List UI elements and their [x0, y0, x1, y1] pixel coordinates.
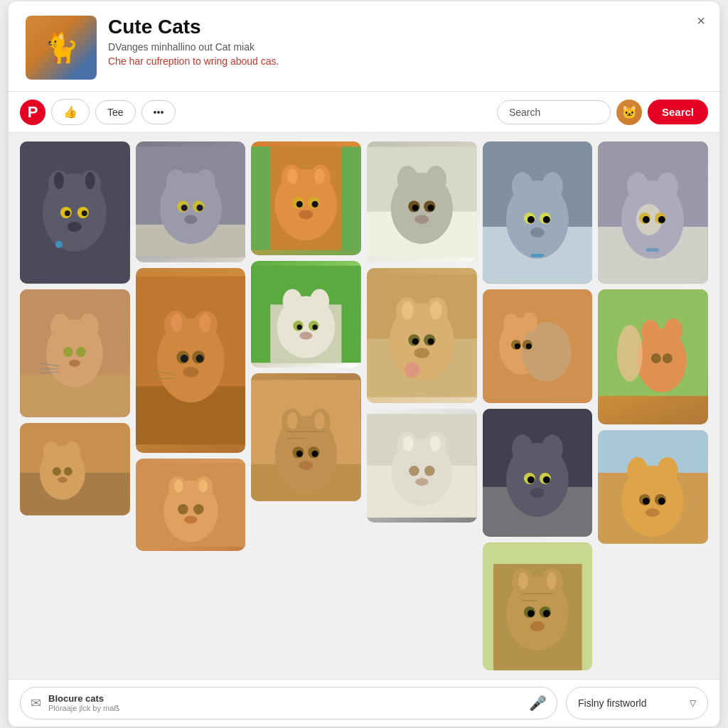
svg-point-46	[171, 314, 182, 331]
cat-image	[20, 289, 130, 417]
user-avatar[interactable]: 🐱	[616, 100, 642, 125]
svg-point-193	[641, 320, 660, 344]
svg-point-60	[198, 480, 208, 493]
cat-image	[251, 141, 361, 255]
svg-point-132	[424, 466, 435, 476]
svg-point-121	[428, 338, 434, 345]
cat-image	[20, 423, 130, 515]
svg-point-79	[283, 289, 302, 314]
svg-point-149	[522, 312, 537, 332]
image-grid	[9, 133, 719, 679]
svg-point-62	[193, 504, 204, 515]
list-item[interactable]	[136, 459, 246, 551]
search-red-button[interactable]: Searcl	[648, 100, 708, 124]
list-item[interactable]	[483, 289, 593, 403]
svg-point-47	[199, 314, 210, 331]
list-item[interactable]	[483, 409, 593, 537]
cat-image	[367, 409, 477, 523]
tab-tee-button[interactable]: Tee	[95, 100, 136, 124]
list-item[interactable]	[251, 261, 361, 368]
svg-point-169	[518, 572, 528, 589]
list-item[interactable]	[483, 141, 593, 284]
svg-point-133	[415, 478, 428, 486]
svg-point-170	[546, 572, 556, 589]
search-label: Search	[509, 107, 540, 118]
navbar: P 👍 Tee ••• Search 🐱 Searcl	[9, 92, 719, 133]
list-item[interactable]	[251, 141, 361, 255]
svg-point-109	[428, 205, 434, 211]
svg-rect-189	[646, 248, 659, 252]
cat-image	[483, 141, 593, 284]
list-item[interactable]	[20, 289, 130, 417]
cat-image	[251, 373, 361, 501]
thumb-button[interactable]: 👍	[51, 99, 90, 125]
svg-point-63	[184, 515, 197, 523]
svg-point-61	[178, 504, 188, 515]
header-section: 🐈 Cute Cats DVanges minhallino out Cat m…	[9, 1, 719, 92]
svg-point-50	[180, 355, 188, 363]
list-item[interactable]	[136, 268, 246, 453]
svg-point-85	[300, 332, 313, 340]
svg-point-177	[543, 610, 550, 617]
svg-point-131	[409, 466, 419, 476]
cat-image	[136, 141, 246, 262]
message-box[interactable]: ✉ Blocure cats Plóraaje jlck by maẞ 🎤	[20, 687, 557, 719]
list-item[interactable]	[598, 289, 708, 424]
list-item[interactable]	[598, 141, 708, 284]
svg-point-161	[528, 476, 535, 483]
svg-point-73	[296, 201, 303, 208]
more-button[interactable]: •••	[141, 100, 176, 124]
list-item[interactable]	[367, 268, 477, 403]
svg-point-117	[430, 301, 441, 319]
list-item[interactable]	[367, 141, 477, 262]
list-item[interactable]	[136, 141, 246, 262]
pinterest-logo[interactable]: P	[20, 100, 46, 125]
cat-image	[251, 261, 361, 368]
grid-col-6	[598, 141, 708, 670]
svg-point-38	[181, 205, 187, 211]
svg-point-130	[430, 436, 441, 451]
svg-point-4	[54, 172, 64, 189]
list-item[interactable]	[483, 542, 593, 670]
svg-point-100	[299, 461, 314, 470]
svg-point-35	[194, 170, 215, 196]
svg-point-182	[627, 172, 648, 200]
cat-image	[598, 430, 708, 544]
svg-point-105	[426, 166, 446, 193]
grid-col-1	[20, 141, 130, 670]
svg-point-192	[617, 325, 643, 382]
svg-point-29	[64, 467, 73, 476]
svg-point-163	[530, 488, 545, 498]
message-sub: Plóraaje jlck by maẞ	[48, 704, 522, 713]
list-item[interactable]	[20, 423, 130, 515]
svg-point-69	[287, 168, 298, 184]
list-item[interactable]	[367, 409, 477, 523]
svg-point-8	[65, 210, 70, 216]
header-text: Cute Cats DVanges minhallino out Cat mia…	[108, 16, 702, 67]
search-box[interactable]: Search	[497, 100, 611, 124]
list-item[interactable]	[251, 373, 361, 501]
svg-point-75	[299, 210, 314, 219]
svg-point-30	[58, 477, 68, 483]
svg-point-80	[310, 289, 329, 314]
message-icon: ✉	[31, 695, 41, 711]
svg-point-11	[55, 241, 63, 248]
svg-point-16	[79, 314, 99, 339]
cat-image	[20, 141, 130, 284]
dropdown-box[interactable]: Fislny firstworld ▽	[566, 687, 708, 719]
svg-point-138	[542, 172, 563, 200]
svg-point-183	[657, 172, 678, 200]
list-item[interactable]	[598, 430, 708, 544]
header-link[interactable]: Che har cufreption to wring aboud cas.	[108, 55, 702, 67]
close-button[interactable]: ×	[697, 13, 705, 29]
main-window: × 🐈 Cute Cats DVanges minhallino out Cat…	[9, 1, 719, 727]
svg-point-137	[512, 172, 533, 200]
svg-point-15	[50, 314, 70, 339]
svg-point-19	[69, 360, 80, 367]
svg-point-200	[627, 457, 648, 486]
svg-point-98	[296, 451, 303, 457]
svg-point-52	[183, 367, 198, 378]
mic-icon[interactable]: 🎤	[529, 695, 547, 712]
cat-image	[136, 268, 246, 453]
list-item[interactable]	[20, 141, 130, 284]
